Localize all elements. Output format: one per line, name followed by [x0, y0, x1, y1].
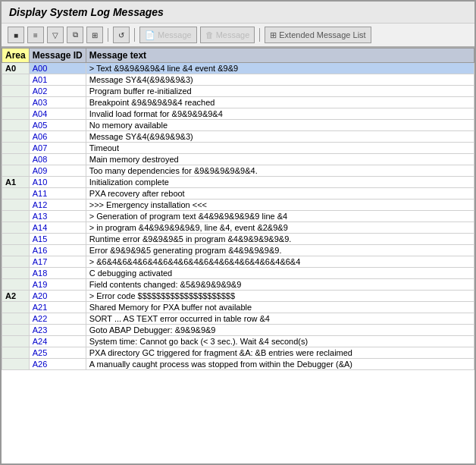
- area-cell: [2, 165, 30, 177]
- table-row[interactable]: A12>>> Emergency installation <<<: [2, 200, 474, 211]
- message-id-cell[interactable]: A24: [29, 336, 86, 347]
- copy-button[interactable]: ⧉: [67, 27, 83, 43]
- message-id-cell[interactable]: A15: [29, 234, 86, 245]
- table-row[interactable]: A2A20> Error code $$$$$$$$$$$$$$$$$$$$$: [2, 291, 474, 302]
- grid-icon: ⊞: [92, 31, 98, 39]
- extended-message-btn[interactable]: ⊞ Extended Message List: [265, 27, 371, 43]
- message-id-cell[interactable]: A25: [29, 347, 86, 359]
- table-row[interactable]: A18C debugging activated: [2, 268, 474, 279]
- list-button[interactable]: ≡: [27, 27, 44, 43]
- message-id-cell[interactable]: A10: [29, 177, 86, 188]
- message-id-cell[interactable]: A04: [29, 108, 86, 120]
- list-icon: ≡: [33, 31, 38, 39]
- table-row[interactable]: A06Message SY&4(&9&9&9&3): [2, 131, 474, 143]
- message-text-cell: No memory available: [86, 120, 474, 131]
- table-row[interactable]: A05No memory available: [2, 120, 474, 131]
- message-id-cell[interactable]: A14: [29, 222, 86, 234]
- action-button[interactable]: ↺: [113, 27, 130, 43]
- table-row[interactable]: A11PXA recovery after reboot: [2, 188, 474, 200]
- message-id-cell[interactable]: A18: [29, 268, 86, 279]
- table-row[interactable]: A26A manually caught process was stopped…: [2, 359, 474, 370]
- message-btn-2[interactable]: 🗑 Message: [200, 27, 255, 43]
- message-id-cell[interactable]: A01: [29, 74, 86, 86]
- table-row[interactable]: A03Breakpoint &9&9&9&9&4 reached: [2, 97, 474, 108]
- col-header-message-text[interactable]: Message text: [86, 49, 474, 63]
- message-id-cell[interactable]: A26: [29, 359, 86, 370]
- message-id-cell[interactable]: A03: [29, 97, 86, 108]
- message-text-cell: A manually caught process was stopped fr…: [86, 359, 474, 370]
- message-text-cell: Runtime error &9&9&9&5 in program &4&9&9…: [86, 234, 474, 245]
- col-header-message-id[interactable]: Message ID: [29, 49, 86, 63]
- table-row[interactable]: A01Message SY&4(&9&9&9&3): [2, 74, 474, 86]
- grid-button[interactable]: ⊞: [86, 27, 103, 43]
- message-text-cell: Message SY&4(&9&9&9&3): [86, 74, 474, 86]
- area-cell: [2, 211, 30, 222]
- area-cell: [2, 347, 30, 359]
- message-id-cell[interactable]: A21: [29, 302, 86, 313]
- message-id-cell[interactable]: A17: [29, 256, 86, 268]
- table-row[interactable]: A15Runtime error &9&9&9&5 in program &4&…: [2, 234, 474, 245]
- message-id-cell[interactable]: A09: [29, 165, 86, 177]
- col-header-area[interactable]: Area: [2, 49, 30, 63]
- table-row[interactable]: A0A00> Text &9&9&9&9&4 line &4 event &9&…: [2, 63, 474, 74]
- table-row[interactable]: A09Too many dependencies for &9&9&9&9&9&…: [2, 165, 474, 177]
- table-row[interactable]: A13> Generation of program text &4&9&9&9…: [2, 211, 474, 222]
- message-id-cell[interactable]: A08: [29, 154, 86, 165]
- area-cell: [2, 143, 30, 154]
- table-row[interactable]: A1A10Initialization complete: [2, 177, 474, 188]
- message-text-cell: > Error code $$$$$$$$$$$$$$$$$$$$$: [86, 291, 474, 302]
- message-text-cell: PXA directory GC triggered for fragment …: [86, 347, 474, 359]
- message-text-cell: Shared Memory for PXA buffer not availab…: [86, 302, 474, 313]
- message-id-cell[interactable]: A00: [29, 63, 86, 74]
- table-row[interactable]: A21Shared Memory for PXA buffer not avai…: [2, 302, 474, 313]
- message-id-cell[interactable]: A11: [29, 188, 86, 200]
- message-id-cell[interactable]: A16: [29, 245, 86, 256]
- table-row[interactable]: A02Program buffer re-initialized: [2, 86, 474, 97]
- table-row[interactable]: A19Field contents changed: &5&9&9&9&9&9: [2, 279, 474, 291]
- message-id-cell[interactable]: A13: [29, 211, 86, 222]
- message-text-cell: Program buffer re-initialized: [86, 86, 474, 97]
- message-id-cell[interactable]: A20: [29, 291, 86, 302]
- area-cell: [2, 154, 30, 165]
- table-row[interactable]: A14> in program &4&9&9&9&9&9, line &4, e…: [2, 222, 474, 234]
- message-id-cell[interactable]: A22: [29, 313, 86, 325]
- message-text-cell: SORT ... AS TEXT error occurred in table…: [86, 313, 474, 325]
- area-cell: [2, 188, 30, 200]
- page-title: Display System Log Messages: [9, 6, 467, 18]
- area-cell: [2, 200, 30, 211]
- table-row[interactable]: A25PXA directory GC triggered for fragme…: [2, 347, 474, 359]
- table-row[interactable]: A23Goto ABAP Debugger: &9&9&9&9: [2, 325, 474, 336]
- message-icon-1: 📄: [145, 30, 155, 40]
- table-container[interactable]: Area Message ID Message text A0A00> Text…: [2, 48, 474, 463]
- table-row[interactable]: A22SORT ... AS TEXT error occurred in ta…: [2, 313, 474, 325]
- message-btn-1[interactable]: 📄 Message: [139, 27, 197, 43]
- message-id-cell[interactable]: A23: [29, 325, 86, 336]
- filter-button[interactable]: ▽: [47, 27, 64, 43]
- message-id-cell[interactable]: A06: [29, 131, 86, 143]
- message-text-cell: >>> Emergency installation <<<: [86, 200, 474, 211]
- message-text-cell: Field contents changed: &5&9&9&9&9&9: [86, 279, 474, 291]
- table-row[interactable]: A07Timeout: [2, 143, 474, 154]
- area-cell: [2, 234, 30, 245]
- message-text-cell: > &6&4&6&4&6&4&6&4&6&4&6&4&6&4&6&4&6&4&6…: [86, 256, 474, 268]
- table-row[interactable]: A04Invalid load format for &9&9&9&9&4: [2, 108, 474, 120]
- title-bar: Display System Log Messages: [2, 2, 474, 24]
- message-id-cell[interactable]: A02: [29, 86, 86, 97]
- message-icon-2: 🗑: [205, 30, 214, 39]
- message-id-cell[interactable]: A05: [29, 120, 86, 131]
- table-row[interactable]: A17> &6&4&6&4&6&4&6&4&6&4&6&4&6&4&6&4&6&…: [2, 256, 474, 268]
- message-id-cell[interactable]: A12: [29, 200, 86, 211]
- message-id-cell[interactable]: A19: [29, 279, 86, 291]
- area-cell: [2, 74, 30, 86]
- extended-icon: ⊞: [270, 30, 277, 40]
- save-button[interactable]: ■: [8, 27, 24, 43]
- area-cell: [2, 120, 30, 131]
- table-row[interactable]: A08Main memory destroyed: [2, 154, 474, 165]
- message-text-cell: Initialization complete: [86, 177, 474, 188]
- message-text-cell: Breakpoint &9&9&9&9&4 reached: [86, 97, 474, 108]
- table-row[interactable]: A24System time: Cannot go back (< 3 sec.…: [2, 336, 474, 347]
- table-row[interactable]: A16Error &9&9&9&5 generating program &4&…: [2, 245, 474, 256]
- message-id-cell[interactable]: A07: [29, 143, 86, 154]
- message-table: Area Message ID Message text A0A00> Text…: [2, 48, 474, 370]
- area-cell: [2, 325, 30, 336]
